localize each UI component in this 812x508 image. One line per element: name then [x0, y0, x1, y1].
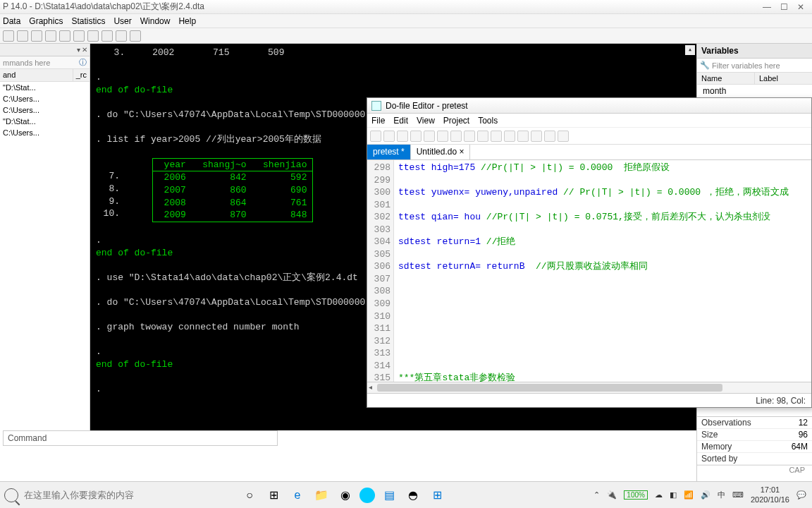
taskbar-search-input[interactable]	[21, 487, 226, 503]
browse-icon[interactable]	[102, 30, 113, 42]
scrollbar-thumb[interactable]	[377, 384, 722, 392]
power-icon[interactable]: 🔌	[607, 490, 617, 500]
save-icon[interactable]	[397, 131, 408, 142]
cortana-icon[interactable]: ○	[240, 485, 259, 505]
variable-item[interactable]: month	[697, 85, 812, 97]
cloud-icon[interactable]: ☁	[655, 490, 663, 500]
main-toolbar	[0, 28, 812, 44]
close-button[interactable]: ✕	[792, 2, 809, 12]
print-icon[interactable]	[31, 30, 42, 42]
horizontal-scrollbar[interactable]: ◂	[367, 382, 811, 393]
domenu-view[interactable]: View	[417, 116, 435, 126]
prop-value: 64M	[792, 442, 808, 452]
indent-icon[interactable]	[504, 131, 515, 142]
dofile-statusbar: Line: 98, Col:	[367, 393, 811, 407]
history-item[interactable]: C:\Users...	[0, 93, 90, 104]
domenu-edit[interactable]: Edit	[393, 116, 408, 126]
file-icon[interactable]: ▤	[379, 485, 399, 505]
log-icon[interactable]	[45, 30, 56, 42]
search-icon[interactable]	[4, 488, 18, 502]
open-icon[interactable]	[3, 30, 14, 42]
results-end: end of do-file	[96, 84, 691, 97]
run-icon[interactable]	[544, 131, 555, 142]
maximize-button[interactable]: ☐	[775, 2, 792, 12]
find-icon[interactable]	[424, 131, 435, 142]
stata-icon[interactable]: ⊞	[427, 485, 447, 505]
code-content[interactable]: ttest high=175 //Pr(|T| > |t|) = 0.0000 …	[394, 160, 811, 382]
redo-icon[interactable]	[491, 131, 502, 142]
dofile-editor-window[interactable]: Do-file Editor - pretest File Edit View …	[367, 97, 812, 408]
graph-icon[interactable]	[59, 30, 70, 42]
volume-icon[interactable]: 🔊	[701, 490, 710, 500]
cut-icon[interactable]	[437, 131, 448, 142]
menu-data[interactable]: Data	[3, 16, 20, 26]
domenu-file[interactable]: File	[371, 116, 385, 126]
execute-icon[interactable]	[558, 131, 569, 142]
copy-icon[interactable]	[450, 131, 462, 142]
dofile-tab-untitled[interactable]: Untitled.do ×	[411, 145, 471, 159]
prop-label: Size	[701, 430, 799, 440]
dofile-title: Do-file Editor - pretest	[386, 101, 468, 111]
window-titlebar: P 14.0 - D:\Stata14\ado\data\chap02\正文\案…	[0, 0, 812, 14]
undo-icon[interactable]	[477, 131, 488, 142]
results-dot: .	[96, 71, 691, 84]
outdent-icon[interactable]	[517, 131, 529, 142]
dofile-titlebar[interactable]: Do-file Editor - pretest	[367, 98, 811, 114]
edge-icon[interactable]: e	[288, 485, 307, 505]
variables-filter[interactable]: 🔧 Filter variables here	[697, 59, 812, 73]
dofile-tab-pretest[interactable]: pretest *	[367, 145, 411, 159]
bookmark-icon[interactable]	[531, 131, 542, 142]
minimize-button[interactable]: —	[758, 2, 775, 12]
history-item[interactable]: C:\Users...	[0, 104, 90, 116]
save-icon[interactable]	[17, 30, 28, 42]
domenu-tools[interactable]: Tools	[478, 116, 498, 126]
keyboard-icon[interactable]: ⌨	[732, 490, 744, 500]
more-icon[interactable]	[116, 30, 127, 42]
menu-user[interactable]: User	[113, 16, 131, 26]
caps-indicator: CAP	[697, 465, 812, 474]
print-icon[interactable]	[410, 131, 422, 142]
variables-header: NameLabel	[697, 73, 812, 85]
clock[interactable]: 17:01 2020/10/16	[751, 485, 789, 504]
results-table: year shangj~o shenjiao 2006 842 592 2007…	[152, 158, 313, 222]
notifications-icon[interactable]: 💬	[796, 490, 806, 500]
obs-icon[interactable]: ◓	[403, 485, 423, 505]
dofile-icon	[371, 101, 381, 111]
menu-statistics[interactable]: Statistics	[71, 16, 105, 26]
window-title: P 14.0 - D:\Stata14\ado\data\chap02\正文\案…	[3, 1, 204, 13]
history-panel-controls: ▾✕	[0, 44, 90, 56]
scroll-left-icon[interactable]: ◂	[369, 383, 372, 391]
history-header: and _rc	[0, 69, 90, 82]
prop-label: Memory	[701, 442, 792, 452]
prop-value: 96	[799, 430, 808, 440]
battery-indicator[interactable]: 100%	[624, 490, 648, 500]
app-icon[interactable]	[359, 488, 375, 503]
app-tray-icon[interactable]: ◧	[670, 490, 677, 500]
menu-window[interactable]: Window	[140, 16, 171, 26]
new-icon[interactable]	[370, 131, 381, 142]
scroll-up-icon[interactable]: ▴	[685, 45, 695, 55]
history-filter[interactable]: mmands hereⓘ	[0, 56, 90, 69]
tray-up-icon[interactable]: ⌃	[593, 490, 600, 500]
editor-icon[interactable]	[87, 30, 99, 42]
break-icon[interactable]	[130, 30, 141, 42]
history-item[interactable]: "D:\Stat...	[0, 116, 90, 127]
history-item[interactable]: C:\Users...	[0, 127, 90, 138]
line-gutter: 298 299 300 301 302 303 304 305 306 307 …	[367, 160, 394, 382]
prop-label: Sorted by	[701, 454, 808, 464]
history-list[interactable]: "D:\Stat... C:\Users... C:\Users... "D:\…	[0, 82, 90, 430]
wifi-icon[interactable]: 📶	[684, 490, 694, 500]
dofile-code-area[interactable]: 298 299 300 301 302 303 304 305 306 307 …	[367, 160, 811, 382]
chrome-icon[interactable]: ◉	[336, 485, 355, 505]
ime-icon[interactable]: 中	[718, 490, 725, 500]
menu-graphics[interactable]: Graphics	[29, 16, 63, 26]
explorer-icon[interactable]: 📁	[312, 485, 331, 505]
menu-help[interactable]: Help	[178, 16, 196, 26]
open-icon[interactable]	[383, 131, 395, 142]
domenu-project[interactable]: Project	[443, 116, 469, 126]
command-box-label[interactable]: Command	[3, 430, 278, 446]
dofile-icon[interactable]	[73, 30, 85, 42]
history-item[interactable]: "D:\Stat...	[0, 82, 90, 93]
paste-icon[interactable]	[464, 131, 475, 142]
taskview-icon[interactable]: ⊞	[264, 485, 283, 505]
